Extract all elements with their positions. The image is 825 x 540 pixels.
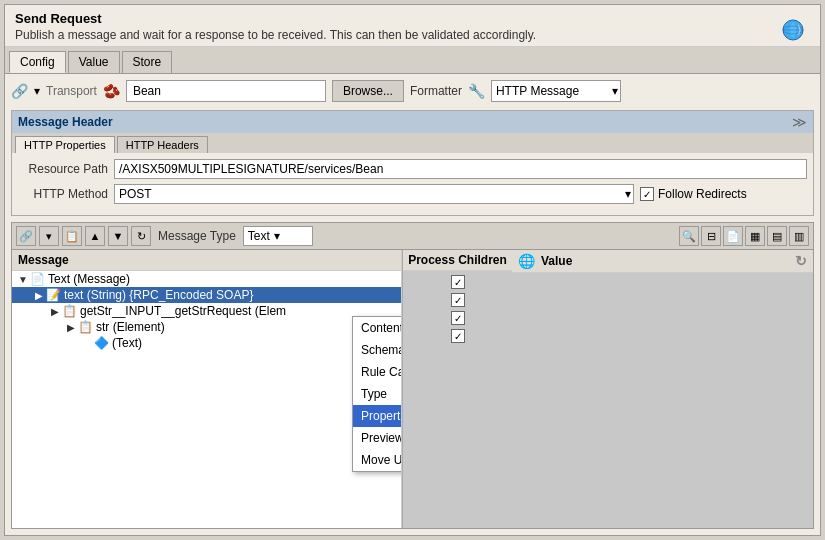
tree-item-text-node[interactable]: 🔷 (Text): [12, 335, 401, 351]
message-header-title: Message Header: [18, 115, 113, 129]
method-dropdown-arrow-icon: ▾: [625, 187, 631, 201]
follow-redirects-row: ✓ Follow Redirects: [640, 187, 747, 201]
process-children-column: Process Children ✓ ✓ ✓ ✓: [402, 250, 512, 528]
config-content: 🔗 ▾ Transport 🫘 Bean Browse... Formatter…: [5, 74, 820, 535]
sub-tabs: HTTP Properties HTTP Headers: [12, 133, 813, 153]
transport-bean-icon: 🫘: [103, 83, 120, 99]
follow-redirects-checkbox[interactable]: ✓: [640, 187, 654, 201]
tree-item-text-string[interactable]: ▶ 📝 text (String) {RPC_Encoded SOAP}: [12, 287, 401, 303]
formatter-icon: 🔧: [468, 83, 485, 99]
message-header-section: Message Header ≫ HTTP Properties HTTP He…: [11, 110, 814, 216]
toggle-text-message-icon[interactable]: ▼: [16, 274, 30, 285]
main-panel: Send Request Publish a message and wait …: [4, 4, 821, 536]
context-menu-move-up[interactable]: Move Up: [353, 449, 401, 471]
browse-button[interactable]: Browse...: [332, 80, 404, 102]
tree-label-text-node: (Text): [112, 336, 142, 350]
toggle-text-string-icon[interactable]: ▶: [32, 290, 46, 301]
doc-btn[interactable]: 📄: [723, 226, 743, 246]
tree-label-getstr: getStr__INPUT__getStrRequest (Elem: [80, 304, 286, 318]
formatter-arrow-icon: ▾: [612, 84, 618, 98]
process-check-3: ✓: [407, 309, 508, 327]
process-children-header: Process Children: [403, 250, 512, 271]
panel-header: Send Request Publish a message and wait …: [5, 5, 820, 47]
sub-tab-http-headers[interactable]: HTTP Headers: [117, 136, 208, 153]
sub-tab-http-properties[interactable]: HTTP Properties: [15, 136, 115, 153]
filter-btn[interactable]: ⊟: [701, 226, 721, 246]
copy-btn[interactable]: 📋: [62, 226, 82, 246]
formatter-select[interactable]: HTTP Message ▾: [491, 80, 621, 102]
context-menu: Contents ▶ Schema... Rule Cache ▶: [352, 316, 401, 472]
transport-label: Transport: [46, 84, 97, 98]
transport-dropdown-icon[interactable]: ▾: [34, 84, 40, 98]
bottom-columns: Message ▼ 📄 Text (Message) ▶ 📝 text (Str: [12, 250, 813, 528]
value-col-title: Value: [541, 254, 572, 268]
context-menu-properties[interactable]: Properties...: [353, 405, 401, 427]
globe-icon: 🌐: [518, 253, 535, 269]
move-up-label: Move Up: [361, 453, 401, 467]
http-properties-content: Resource Path HTTP Method POST ▾ ✓ Follo…: [12, 153, 813, 215]
process-checkbox-2[interactable]: ✓: [451, 293, 465, 307]
text-message-icon: 📄: [30, 272, 45, 286]
right-toolbar: 🔍 ⊟ 📄 ▦ ▤ ▥: [679, 226, 809, 246]
down-btn[interactable]: ▼: [108, 226, 128, 246]
context-menu-rule-cache[interactable]: Rule Cache ▶: [353, 361, 401, 383]
tree-item-getstr-input[interactable]: ▶ 📋 getStr__INPUT__getStrRequest (Elem: [12, 303, 401, 319]
bottom-toolbar: 🔗 ▾ 📋 ▲ ▼ ↻ Message Type Text ▾ 🔍 ⊟ 📄 ▦ …: [12, 223, 813, 250]
value-column: 🌐 Value ↻: [512, 250, 813, 528]
value-refresh-icon[interactable]: ↻: [795, 253, 807, 269]
resource-path-row: Resource Path: [18, 159, 807, 179]
process-checkbox-4[interactable]: ✓: [451, 329, 465, 343]
tab-config[interactable]: Config: [9, 51, 66, 73]
tree-column: Message ▼ 📄 Text (Message) ▶ 📝 text (Str: [12, 250, 402, 528]
process-check-1: ✓: [407, 273, 508, 291]
resource-path-label: Resource Path: [18, 162, 108, 176]
contents-label: Contents: [361, 321, 401, 335]
tree-label-text-string: text (String) {RPC_Encoded SOAP}: [64, 288, 253, 302]
tab-value[interactable]: Value: [68, 51, 120, 73]
http-method-label: HTTP Method: [18, 187, 108, 201]
transport-row: 🔗 ▾ Transport 🫘 Bean Browse... Formatter…: [11, 80, 814, 102]
http-method-row: HTTP Method POST ▾ ✓ Follow Redirects: [18, 184, 807, 204]
http-method-select[interactable]: POST ▾: [114, 184, 634, 204]
process-checkboxes: ✓ ✓ ✓ ✓: [403, 271, 512, 347]
up-btn[interactable]: ▲: [85, 226, 105, 246]
dropdown-btn[interactable]: ▾: [39, 226, 59, 246]
context-menu-preview[interactable]: Preview: [353, 427, 401, 449]
context-menu-schema[interactable]: Schema...: [353, 339, 401, 361]
toggle-str-icon[interactable]: ▶: [64, 322, 78, 333]
message-col-title: Message: [18, 253, 69, 267]
context-menu-type[interactable]: Type ▶: [353, 383, 401, 405]
tree-item-str-element[interactable]: ▶ 📋 str (Element): [12, 319, 401, 335]
table-btn[interactable]: ▦: [745, 226, 765, 246]
follow-redirects-label: Follow Redirects: [658, 187, 747, 201]
tree-item-text-message[interactable]: ▼ 📄 Text (Message): [12, 271, 401, 287]
link-btn[interactable]: 🔗: [16, 226, 36, 246]
process-checkbox-1[interactable]: ✓: [451, 275, 465, 289]
grid2-btn[interactable]: ▥: [789, 226, 809, 246]
tab-store[interactable]: Store: [122, 51, 173, 73]
collapse-icon[interactable]: ≫: [792, 114, 807, 130]
resource-path-input[interactable]: [114, 159, 807, 179]
getstr-icon: 📋: [62, 304, 77, 318]
message-type-label: Message Type: [158, 229, 236, 243]
toggle-getstr-icon[interactable]: ▶: [48, 306, 62, 317]
panel-description: Publish a message and wait for a respons…: [15, 28, 810, 42]
value-area: [512, 273, 813, 528]
message-header-titlebar[interactable]: Message Header ≫: [12, 111, 813, 133]
message-type-select[interactable]: Text ▾: [243, 226, 313, 246]
preview-label: Preview: [361, 431, 401, 445]
type-label: Type: [361, 387, 387, 401]
search-btn[interactable]: 🔍: [679, 226, 699, 246]
refresh-btn[interactable]: ↻: [131, 226, 151, 246]
message-column-header: Message: [12, 250, 401, 271]
context-menu-contents[interactable]: Contents ▶: [353, 317, 401, 339]
str-element-icon: 📋: [78, 320, 93, 334]
value-column-header: 🌐 Value ↻: [512, 250, 813, 273]
process-checkbox-3[interactable]: ✓: [451, 311, 465, 325]
grid-btn[interactable]: ▤: [767, 226, 787, 246]
properties-label: Properties...: [361, 409, 401, 423]
schema-label: Schema...: [361, 343, 401, 357]
main-tabs: Config Value Store: [5, 47, 820, 74]
transport-link-icon: 🔗: [11, 83, 28, 99]
process-check-4: ✓: [407, 327, 508, 345]
